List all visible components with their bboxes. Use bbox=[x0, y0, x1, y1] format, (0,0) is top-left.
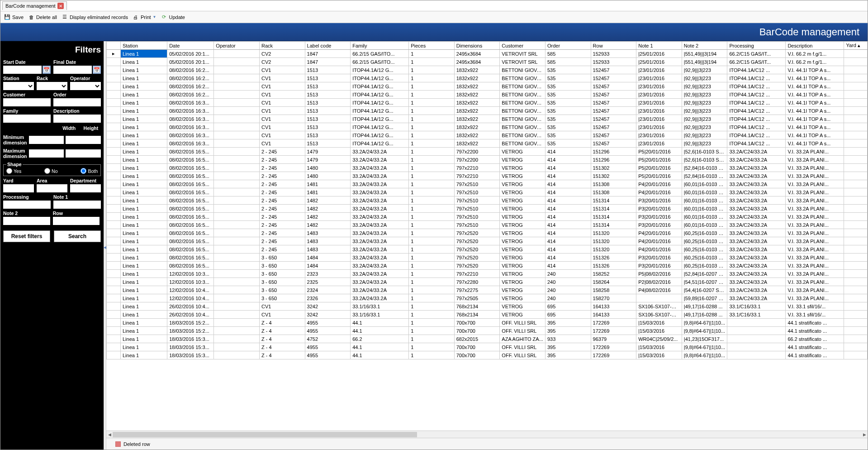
close-icon[interactable]: ✕ bbox=[57, 3, 64, 9]
cell-processing[interactable]: 33.2A/C24/33.2A bbox=[727, 148, 786, 156]
table-row[interactable]: Linea 105/02/2016 20:1...CV2184766.2/15 … bbox=[107, 58, 868, 66]
cell-date[interactable]: 08/02/2016 16:3... bbox=[167, 139, 214, 148]
cell-yard[interactable] bbox=[844, 262, 868, 270]
column-header[interactable]: Note 1 bbox=[636, 42, 682, 50]
cell-note-1[interactable]: |23/01/2016 bbox=[636, 115, 682, 123]
cell-dimensions[interactable]: 797x2200 bbox=[454, 148, 500, 156]
cell-rack[interactable]: 2 - 245 bbox=[259, 156, 305, 164]
cell-rack[interactable]: CV1 bbox=[259, 66, 305, 74]
cell-order[interactable]: 414 bbox=[545, 180, 591, 188]
cell-yard[interactable] bbox=[844, 123, 868, 131]
cell-row[interactable]: 96379 bbox=[591, 335, 636, 343]
cell-rack[interactable]: CV1 bbox=[259, 99, 305, 107]
cell-operator[interactable] bbox=[214, 254, 260, 262]
cell-description[interactable]: 44.1 stratificato ... bbox=[786, 327, 844, 335]
cell-row[interactable]: 158258 bbox=[591, 286, 636, 294]
cell-yard[interactable] bbox=[844, 66, 868, 74]
row-indicator[interactable] bbox=[107, 74, 121, 82]
table-row[interactable]: Linea 126/02/2016 10:4...CV1324233.1/16/… bbox=[107, 302, 868, 311]
cell-description[interactable]: V.I. 33.2A PLANI... bbox=[786, 237, 844, 245]
print-button[interactable]: 🖨 Print ▼ bbox=[133, 14, 157, 20]
final-date-input[interactable] bbox=[53, 66, 92, 74]
cell-pieces[interactable]: 1 bbox=[409, 254, 455, 262]
cell-operator[interactable] bbox=[214, 319, 260, 327]
cell-customer[interactable]: VETROG bbox=[500, 180, 545, 188]
cell-yard[interactable] bbox=[844, 237, 868, 245]
cell-station[interactable]: Linea 1 bbox=[120, 254, 167, 262]
cell-date[interactable]: 18/03/2016 15:2... bbox=[167, 327, 214, 335]
cell-date[interactable]: 08/02/2016 16:5... bbox=[167, 213, 214, 221]
row-indicator[interactable] bbox=[107, 205, 121, 213]
table-row[interactable]: Linea 118/03/2016 15:3...Z - 4495544.117… bbox=[107, 351, 868, 359]
table-row[interactable]: Linea 108/02/2016 16:5...2 - 245148333.2… bbox=[107, 237, 868, 245]
cell-label-code[interactable]: 1513 bbox=[305, 131, 351, 139]
cell-rack[interactable]: 3 - 650 bbox=[259, 286, 305, 294]
cell-station[interactable]: Linea 1 bbox=[120, 156, 167, 164]
cell-station[interactable]: Linea 1 bbox=[120, 245, 167, 254]
table-row[interactable]: Linea 108/02/2016 16:2...CV11513ITOP44.1… bbox=[107, 66, 868, 74]
cell-operator[interactable] bbox=[214, 270, 260, 278]
row-indicator[interactable] bbox=[107, 156, 121, 164]
cell-row[interactable]: 151320 bbox=[591, 229, 636, 237]
cell-dimensions[interactable]: 700x700 bbox=[454, 327, 500, 335]
cell-dimensions[interactable]: 1832x922 bbox=[454, 99, 500, 107]
cell-processing[interactable]: ITOP44.1A/C12 ... bbox=[727, 91, 786, 99]
row-indicator[interactable] bbox=[107, 294, 121, 302]
cell-pieces[interactable]: 1 bbox=[409, 82, 455, 91]
cell-order[interactable]: 240 bbox=[545, 270, 591, 278]
cell-customer[interactable]: VETROG bbox=[500, 311, 545, 319]
cell-operator[interactable] bbox=[214, 172, 260, 180]
cell-dimensions[interactable]: 797x2200 bbox=[454, 156, 500, 164]
cell-yard[interactable] bbox=[844, 254, 868, 262]
cell-label-code[interactable]: 1513 bbox=[305, 123, 351, 131]
cell-family[interactable]: 66.2/15 GAS/ITO... bbox=[351, 58, 409, 66]
cell-pieces[interactable]: 1 bbox=[409, 172, 455, 180]
cell-row[interactable]: 172269 bbox=[591, 351, 636, 359]
cell-customer[interactable]: VETROG bbox=[500, 237, 545, 245]
cell-operator[interactable] bbox=[214, 351, 260, 359]
table-row[interactable]: Linea 112/02/2016 10:4...3 - 650232633.2… bbox=[107, 294, 868, 302]
cell-dimensions[interactable]: 797x2510 bbox=[454, 196, 500, 205]
cell-description[interactable]: V.I. 33.2A PLANI... bbox=[786, 294, 844, 302]
cell-note-2[interactable]: |49,17|16-0288 ... bbox=[682, 302, 727, 311]
cell-station[interactable]: Linea 1 bbox=[120, 278, 167, 286]
table-row[interactable]: Linea 118/03/2016 15:3...Z - 4495544.117… bbox=[107, 343, 868, 351]
cell-rack[interactable]: 2 - 245 bbox=[259, 245, 305, 254]
cell-yard[interactable] bbox=[844, 180, 868, 188]
cell-pieces[interactable]: 1 bbox=[409, 107, 455, 115]
cell-station[interactable]: Linea 1 bbox=[120, 58, 167, 66]
cell-dimensions[interactable]: 797x2280 bbox=[454, 278, 500, 286]
cell-station[interactable]: Linea 1 bbox=[120, 188, 167, 196]
cell-processing[interactable]: ITOP44.1A/C12 ... bbox=[727, 82, 786, 91]
cell-rack[interactable]: Z - 4 bbox=[259, 319, 305, 327]
cell-processing[interactable]: 33.2A/C24/33.2A bbox=[727, 205, 786, 213]
cell-station[interactable]: Linea 1 bbox=[120, 221, 167, 229]
cell-dimensions[interactable]: 700x700 bbox=[454, 319, 500, 327]
cell-processing[interactable]: 33.2A/C24/33.2A bbox=[727, 172, 786, 180]
cell-date[interactable]: 08/02/2016 16:5... bbox=[167, 205, 214, 213]
operator-select[interactable] bbox=[70, 82, 101, 90]
cell-yard[interactable] bbox=[844, 278, 868, 286]
cell-order[interactable]: 395 bbox=[545, 351, 591, 359]
column-header[interactable]: Yard ▴ bbox=[844, 42, 868, 50]
cell-operator[interactable] bbox=[214, 99, 260, 107]
reset-filters-button[interactable]: Reset filters bbox=[3, 230, 50, 242]
cell-dimensions[interactable]: 797x2510 bbox=[454, 205, 500, 213]
cell-station[interactable]: Linea 1 bbox=[120, 205, 167, 213]
table-row[interactable]: Linea 126/02/2016 10:4...CV1324233.1/16/… bbox=[107, 311, 868, 319]
cell-order[interactable]: 414 bbox=[545, 245, 591, 254]
cell-customer[interactable]: OFF. VILLI SRL bbox=[500, 343, 545, 351]
cell-note-2[interactable]: |9,8|#64-67||1|10... bbox=[682, 351, 727, 359]
table-row[interactable]: Linea 108/02/2016 16:3...CV11513ITOP44.1… bbox=[107, 139, 868, 148]
family-input[interactable] bbox=[3, 115, 51, 123]
cell-note-1[interactable]: P4|20/01/2016 bbox=[636, 237, 682, 245]
cell-label-code[interactable]: 1479 bbox=[305, 148, 351, 156]
cell-rack[interactable]: 2 - 245 bbox=[259, 164, 305, 172]
min-width-input[interactable] bbox=[29, 136, 64, 144]
cell-note-2[interactable]: |92,9|||3|223 bbox=[682, 123, 727, 131]
cell-processing[interactable]: 33.2A/C24/33.2A bbox=[727, 229, 786, 237]
cell-station[interactable]: Linea 1 bbox=[120, 302, 167, 311]
column-header[interactable]: Description bbox=[786, 42, 844, 50]
cell-dimensions[interactable]: 797x2520 bbox=[454, 262, 500, 270]
cell-operator[interactable] bbox=[214, 262, 260, 270]
